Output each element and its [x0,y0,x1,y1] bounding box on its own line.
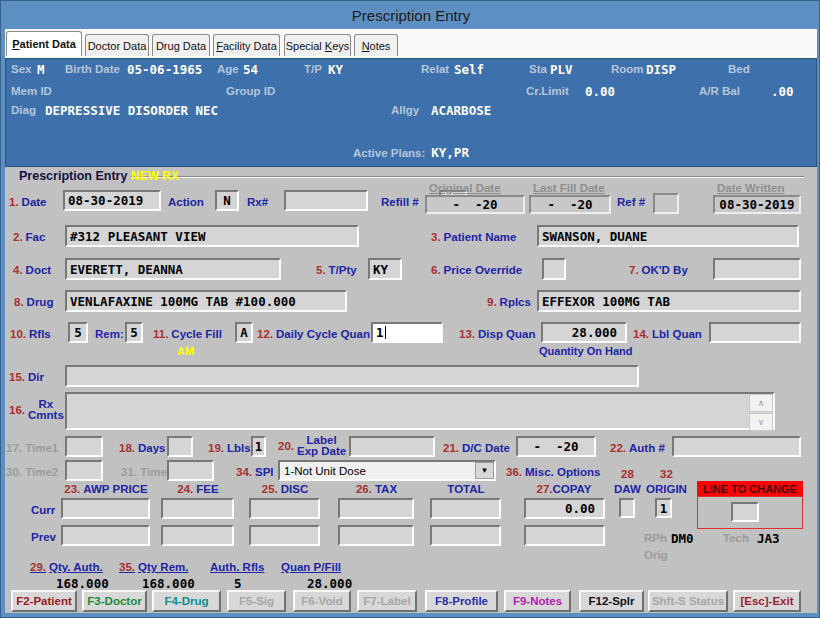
sta-label: Sta [529,63,547,75]
rx-comments-field[interactable] [65,392,775,430]
okd-by-field[interactable] [713,258,801,280]
ref-number-field[interactable] [653,193,679,214]
tab-doctor-data[interactable]: Doctor Data [85,34,149,56]
price-override-field[interactable] [542,258,566,280]
qty-auth-value: 168.000 [56,576,109,591]
patient-name-field[interactable]: SWANSON, DUANE [537,225,799,247]
f4-drug-button[interactable]: F4-Drug [152,590,221,612]
daw-field[interactable] [619,498,635,518]
replaces-field[interactable]: EFFEXOR 100MG TAB [537,290,801,312]
shfts-status-button: Shft-S Status [648,590,728,612]
directions-label: 15.Dir [9,371,44,383]
total-header: TOTAL [430,483,502,495]
tab-special-keys[interactable]: Special Keys [284,34,351,56]
crlimit-value: 0.00 [585,84,615,99]
cycle-fill-field[interactable]: A [235,322,253,343]
time1-label: 17. Time1 [6,442,58,454]
refills-label: 10.Rfls [10,328,51,340]
rph-label: RPh [644,532,667,544]
drug-label: 8.Drug [14,296,53,308]
tab-drug-data[interactable]: Drug Data [152,34,210,56]
line-to-change-field[interactable] [731,502,759,522]
directions-field[interactable] [65,365,639,387]
tech-value: JA3 [757,531,780,546]
days-field[interactable] [167,436,193,457]
refills-field[interactable]: 5 [68,322,88,343]
time1-field [65,436,103,457]
arbal-label: A/R Bal [699,85,740,97]
dc-date-field[interactable]: - -20 [516,436,596,457]
title-bar: Prescription Entry [1,1,820,29]
labels-count-label: 19.Lbls [208,442,251,454]
prescription-entry-window: Prescription Entry Patient Data Doctor D… [0,0,820,618]
date-written-label: Date Written [717,182,785,194]
esc-exit-button[interactable]: [Esc]-Exit [733,590,801,612]
crlimit-label: Cr.Limit [526,85,569,97]
refill-label: Refill # [381,196,419,208]
section-title: Prescription Entry [19,169,131,183]
origin-field[interactable]: 1 [655,498,672,518]
tab-label: Facility Data [216,40,277,52]
room-value: DISP [646,62,676,77]
spinner-up-icon[interactable]: ∧ [749,394,773,412]
time3-label: 31. Time3 [121,466,173,478]
window-title: Prescription Entry [352,7,470,24]
curr-copay-field[interactable]: 0.00 [524,498,605,519]
f2-patient-button[interactable]: F2-Patient [11,590,77,612]
birthdate-value: 05-06-1965 [127,62,202,77]
prev-total-field [430,525,501,546]
f3-doctor-button[interactable]: F3-Doctor [82,590,147,612]
lbl-quan-field[interactable] [709,322,801,343]
label-exp-date-label: 20.LabelExp Date [278,435,346,457]
relat-label: Relat [421,63,449,75]
auth-number-field[interactable] [672,436,801,457]
auth-number-label: 22.Auth # [610,442,665,454]
tpty-field[interactable]: KY [368,258,402,280]
lbl-quan-label: 14.Lbl Quan [633,328,702,340]
tab-facility-data[interactable]: Facility Data [213,34,280,56]
active-plans-value: KY,PR [431,145,469,160]
curr-fee-field[interactable] [161,498,234,519]
date-label: 1.Date [9,196,47,208]
labels-count-field[interactable]: 1 [251,436,266,457]
facility-label: 2.Fac [13,231,45,243]
spinner-down-icon[interactable]: ∨ [749,413,773,431]
time2-field [65,460,103,481]
doctor-label: 4.Doct [13,264,51,276]
curr-total-field[interactable] [430,498,501,519]
curr-label: Curr [31,504,55,516]
drug-field[interactable]: VENLAFAXINE 100MG TAB #100.000 [65,290,347,312]
tab-label: Notes [362,40,391,52]
daily-cycle-quan-field[interactable]: 1 [371,322,443,343]
cycle-fill-label: 11.Cycle Fill [153,328,222,340]
action-field[interactable]: N [215,190,239,211]
spi-label: 34.SPI [236,466,274,478]
birthdate-label: Birth Date [65,63,120,75]
line-to-change-label: LINE TO CHANGE [697,481,803,496]
sex-value: M [37,62,45,77]
curr-disc-field[interactable] [249,498,320,519]
curr-awp-field[interactable] [61,498,150,519]
f9-notes-button[interactable]: F9-Notes [504,590,571,612]
dropdown-arrow-icon[interactable]: ▼ [475,462,494,479]
tab-label: Drug Data [156,40,206,52]
rem-field[interactable]: 5 [125,322,143,343]
tab-notes[interactable]: Notes [354,34,398,56]
disp-quan-field[interactable]: 28.000 [541,322,627,343]
doctor-field[interactable]: EVERETT, DEANNA [65,258,281,280]
relat-value: Self [454,62,484,77]
tab-patient-data[interactable]: Patient Data [6,31,82,56]
f8-profile-button[interactable]: F8-Profile [425,590,498,612]
curr-tax-field[interactable] [338,498,414,519]
f12-splr-button[interactable]: F12-Splr [579,590,644,612]
facility-field[interactable]: #312 PLEASANT VIEW [65,225,359,247]
rx-number-field[interactable] [284,190,368,211]
original-date-label: Original Date [429,182,501,194]
quan-pfill-label: Quan P/Fill [281,561,341,573]
quan-pfill-value: 28.000 [307,576,352,591]
date-field[interactable]: 08-30-2019 [63,190,161,211]
label-exp-date-field[interactable] [349,436,435,457]
spi-dropdown[interactable]: 1-Not Unit Dose ▼ [278,460,496,481]
memid-label: Mem ID [11,85,52,97]
f5-sig-button: F5-Sig [227,590,286,612]
